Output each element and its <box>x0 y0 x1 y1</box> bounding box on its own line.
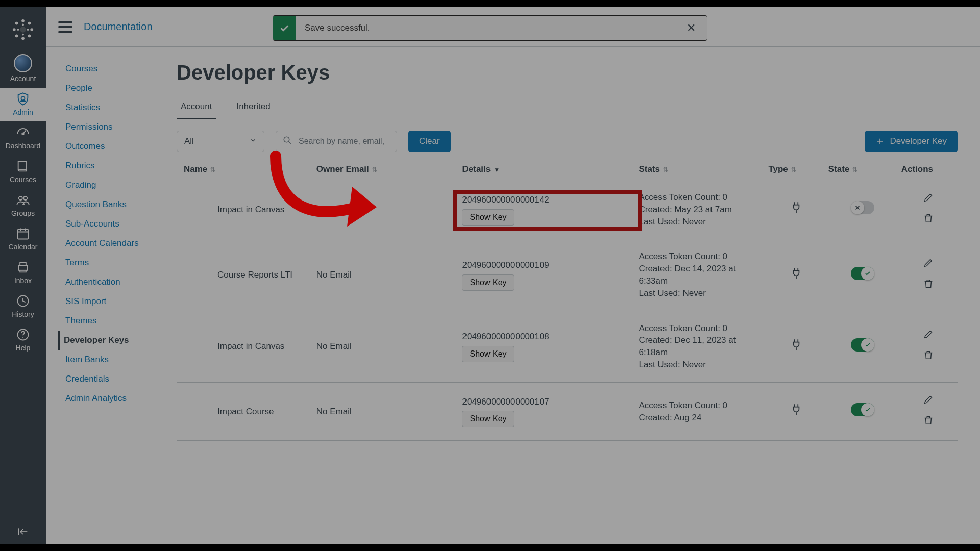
sidebar-item-question-banks[interactable]: Question Banks <box>61 195 161 214</box>
calendar-icon <box>16 227 30 241</box>
sidebar-item-courses[interactable]: Courses <box>61 59 161 79</box>
cell-details: 204960000000000142 Show Key <box>460 180 636 239</box>
nav-admin-label: Admin <box>13 108 33 116</box>
trash-icon[interactable] <box>923 349 934 364</box>
developer-keys-table: Name⇅ Owner Email⇅ Details▼ Stats⇅ Type⇅… <box>177 159 958 441</box>
show-key-button[interactable]: Show Key <box>462 209 514 226</box>
people-icon <box>16 193 30 207</box>
state-toggle[interactable] <box>851 267 874 280</box>
sidebar-item-item-banks[interactable]: Item Banks <box>61 350 161 369</box>
sidebar-item-developer-keys[interactable]: Developer Keys <box>58 331 161 350</box>
sidebar-item-permissions[interactable]: Permissions <box>61 117 161 137</box>
nav-courses-label: Courses <box>10 176 36 184</box>
sidebar-item-credentials[interactable]: Credentials <box>61 369 161 389</box>
cell-name: Impact in Canvas <box>177 180 314 239</box>
edit-icon[interactable] <box>923 329 934 343</box>
breadcrumb-link[interactable]: Documentation <box>84 21 153 32</box>
tab-account[interactable]: Account <box>177 95 216 119</box>
edit-icon[interactable] <box>923 257 934 272</box>
sidebar-item-statistics[interactable]: Statistics <box>61 98 161 117</box>
cell-state <box>826 180 899 239</box>
cell-actions <box>899 311 958 382</box>
collapse-nav-button[interactable] <box>0 519 46 544</box>
book-icon <box>16 159 30 173</box>
cell-actions <box>899 382 958 441</box>
speedometer-icon <box>16 126 30 140</box>
col-name[interactable]: Name <box>184 164 207 174</box>
cell-stats: Access Token Count: 0Created: May 23 at … <box>636 180 766 239</box>
col-details[interactable]: Details <box>462 164 491 174</box>
chevron-down-icon <box>250 136 257 146</box>
sidebar-item-themes[interactable]: Themes <box>61 311 161 331</box>
cell-name: Impact Course <box>177 382 314 441</box>
state-toggle[interactable] <box>851 403 874 416</box>
nav-calendar[interactable]: Calendar <box>0 222 46 256</box>
svg-point-5 <box>15 22 18 25</box>
trash-icon[interactable] <box>923 213 934 228</box>
svg-point-10 <box>22 34 24 36</box>
toast-message: Save successful. <box>296 23 675 33</box>
col-stats[interactable]: Stats <box>639 164 660 174</box>
col-type[interactable]: Type <box>768 164 788 174</box>
state-toggle[interactable] <box>851 338 874 352</box>
filter-toolbar: All Clear Developer Key <box>177 131 958 152</box>
nav-groups[interactable]: Groups <box>0 189 46 222</box>
cell-stats: Access Token Count: 0Created: Dec 11, 20… <box>636 311 766 382</box>
svg-rect-17 <box>18 230 29 239</box>
svg-point-6 <box>28 22 31 25</box>
nav-admin[interactable]: Admin <box>0 88 46 121</box>
sidebar-item-terms[interactable]: Terms <box>61 253 161 272</box>
sidebar-item-account-calendars[interactable]: Account Calendars <box>61 234 161 253</box>
tab-inherited[interactable]: Inherited <box>232 95 274 119</box>
cell-details: 204960000000000108 Show Key <box>460 311 636 382</box>
edit-icon[interactable] <box>923 394 934 409</box>
show-key-button[interactable]: Show Key <box>462 411 514 427</box>
state-toggle[interactable] <box>851 201 874 214</box>
svg-point-21 <box>22 337 23 338</box>
toast-close-button[interactable]: ✕ <box>675 21 707 35</box>
search-input[interactable] <box>276 131 397 152</box>
nav-account[interactable]: Account <box>0 50 46 88</box>
col-actions: Actions <box>901 164 933 174</box>
cell-type <box>766 311 826 382</box>
plug-icon <box>790 344 803 354</box>
sidebar-item-sub-accounts[interactable]: Sub-Accounts <box>61 214 161 234</box>
col-email[interactable]: Owner Email <box>316 164 369 174</box>
sidebar-item-sis-import[interactable]: SIS Import <box>61 292 161 311</box>
cell-email: No Email <box>314 382 460 441</box>
svg-point-11 <box>17 29 19 31</box>
filter-select[interactable]: All <box>177 131 264 152</box>
edit-icon[interactable] <box>923 192 934 207</box>
hamburger-menu-button[interactable] <box>58 21 72 33</box>
main-content: Developer Keys AccountInherited All Clea… <box>161 47 980 544</box>
add-developer-key-button[interactable]: Developer Key <box>865 131 958 152</box>
trash-icon[interactable] <box>923 415 934 430</box>
key-id: 204960000000000108 <box>462 331 634 343</box>
add-developer-key-label: Developer Key <box>890 136 947 146</box>
sidebar-item-authentication[interactable]: Authentication <box>61 272 161 292</box>
col-state[interactable]: State <box>828 164 850 174</box>
filter-select-value: All <box>184 136 194 146</box>
nav-history-label: History <box>12 310 34 318</box>
sidebar-item-rubrics[interactable]: Rubrics <box>61 156 161 176</box>
sidebar-item-admin-analytics[interactable]: Admin Analytics <box>61 389 161 408</box>
nav-inbox[interactable]: Inbox <box>0 256 46 290</box>
sidebar-item-outcomes[interactable]: Outcomes <box>61 137 161 156</box>
sidebar-item-people[interactable]: People <box>61 79 161 98</box>
nav-courses[interactable]: Courses <box>0 155 46 189</box>
nav-help[interactable]: Help <box>0 323 46 357</box>
clear-button[interactable]: Clear <box>408 131 451 152</box>
cell-stats: Access Token Count: 0Created: Dec 14, 20… <box>636 239 766 311</box>
show-key-button[interactable]: Show Key <box>462 274 514 291</box>
cell-name: Course Reports LTI <box>177 239 314 311</box>
shield-icon <box>16 92 30 106</box>
cell-state <box>826 311 899 382</box>
table-row: Course Reports LTINo Email 2049600000000… <box>177 239 958 311</box>
show-key-button[interactable]: Show Key <box>462 346 514 362</box>
sidebar-item-grading[interactable]: Grading <box>61 176 161 195</box>
search-wrap <box>276 131 397 152</box>
plug-icon <box>790 207 803 216</box>
trash-icon[interactable] <box>923 278 934 293</box>
nav-history[interactable]: History <box>0 290 46 323</box>
nav-dashboard[interactable]: Dashboard <box>0 121 46 155</box>
